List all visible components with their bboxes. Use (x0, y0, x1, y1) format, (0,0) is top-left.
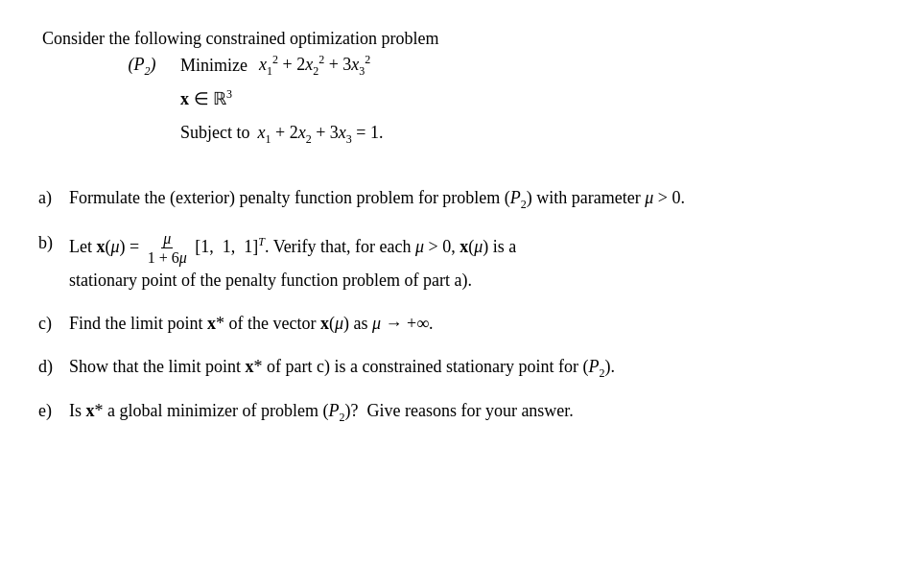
problem-header: Consider the following constrained optim… (38, 29, 863, 161)
part-b-content: Let x(μ) = μ 1 + 6μ [1, 1, 1]T. Verify t… (69, 229, 863, 294)
subject-to-row: Subject to x1 + 2x2 + 3x3 = 1. (119, 117, 863, 150)
problem-formulation: (P2) Minimize x12 + 2x22 + 3x32 x ∈ ℝ3 (119, 49, 863, 150)
part-d-label: d) (38, 353, 69, 381)
fraction-denominator: 1 + 6μ (146, 248, 189, 267)
constraint-text: x1 + 2x2 + 3x3 = 1. (258, 117, 384, 150)
part-e: e) Is x* a global minimizer of problem (… (38, 397, 863, 427)
domain-row: x ∈ ℝ3 (119, 83, 863, 114)
objective-function: x12 + 2x22 + 3x32 (259, 49, 370, 82)
part-b-label: b) (38, 229, 69, 257)
fraction-numerator: μ (161, 229, 173, 248)
part-a-content: Formulate the (exterior) penalty functio… (69, 184, 863, 214)
problem-intro: Consider the following constrained optim… (42, 29, 438, 48)
fraction-mu: μ 1 + 6μ (146, 229, 189, 267)
page-content: Consider the following constrained optim… (38, 29, 863, 427)
domain-text: x ∈ ℝ3 (180, 83, 232, 114)
problem-text: Consider the following constrained optim… (42, 29, 863, 161)
part-e-label: e) (38, 397, 69, 425)
part-d: d) Show that the limit point x* of part … (38, 353, 863, 383)
minimize-keyword: Minimize (180, 50, 247, 81)
part-b: b) Let x(μ) = μ 1 + 6μ [1, 1, 1]T. Verif… (38, 229, 863, 294)
subject-to-label: Subject to (180, 117, 250, 148)
p2-label: (P2) (119, 49, 165, 82)
part-e-content: Is x* a global minimizer of problem (P2)… (69, 397, 863, 427)
part-d-content: Show that the limit point x* of part c) … (69, 353, 863, 383)
part-a-label: a) (38, 184, 69, 212)
parts-list: a) Formulate the (exterior) penalty func… (38, 184, 863, 427)
part-c-label: c) (38, 310, 69, 338)
minimize-row: (P2) Minimize x12 + 2x22 + 3x32 (119, 49, 863, 82)
part-a: a) Formulate the (exterior) penalty func… (38, 184, 863, 214)
part-c-content: Find the limit point x* of the vector x(… (69, 310, 863, 338)
part-c: c) Find the limit point x* of the vector… (38, 310, 863, 338)
